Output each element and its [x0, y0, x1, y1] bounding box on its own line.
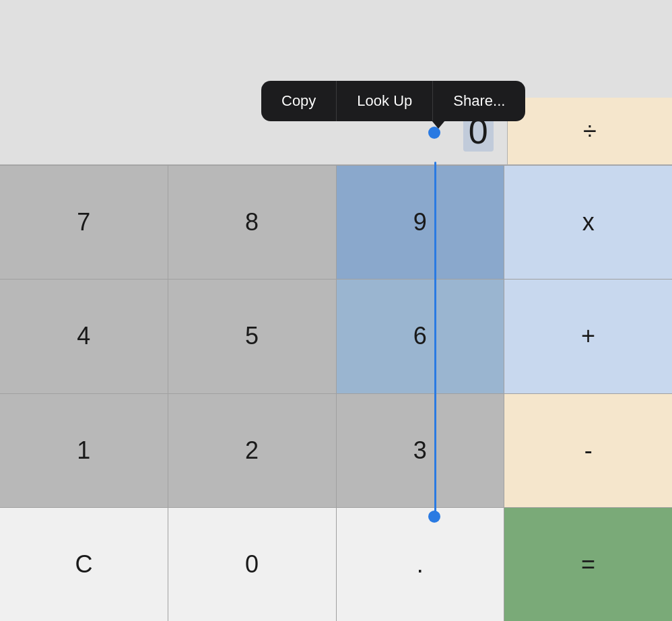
calc-row-789: 7 8 9 x: [0, 165, 672, 279]
key-add[interactable]: +: [504, 280, 672, 393]
share-menu-item[interactable]: Share...: [433, 81, 525, 121]
divide-operator-display[interactable]: ÷: [507, 98, 672, 164]
cursor-handle-bottom[interactable]: [428, 511, 440, 523]
key-equals[interactable]: =: [504, 508, 672, 621]
key-multiply[interactable]: x: [504, 166, 672, 279]
key-4[interactable]: 4: [0, 280, 168, 393]
key-clear[interactable]: C: [0, 508, 168, 621]
calc-row-bottom: C 0 . =: [0, 507, 672, 621]
key-2[interactable]: 2: [168, 394, 337, 507]
key-9[interactable]: 9: [337, 166, 505, 279]
key-subtract[interactable]: -: [504, 394, 672, 507]
calc-row-456: 4 5 6 +: [0, 279, 672, 393]
key-dot[interactable]: .: [337, 508, 505, 621]
lookup-menu-item[interactable]: Look Up: [337, 81, 433, 121]
context-menu: Copy Look Up Share...: [261, 81, 525, 121]
cursor-line: [434, 162, 436, 519]
key-1[interactable]: 1: [0, 394, 168, 507]
calculator-grid: 7 8 9 x 4 5 6 + 1 2 3 - C 0 . =: [0, 165, 672, 621]
key-3[interactable]: 3: [337, 394, 505, 507]
context-menu-arrow: [432, 121, 445, 129]
key-6[interactable]: 6: [337, 280, 505, 393]
key-7[interactable]: 7: [0, 166, 168, 279]
key-5[interactable]: 5: [168, 280, 337, 393]
top-area: Copy Look Up Share... 0 ÷: [0, 0, 672, 165]
key-8[interactable]: 8: [168, 166, 337, 279]
key-0[interactable]: 0: [168, 508, 337, 621]
copy-menu-item[interactable]: Copy: [261, 81, 337, 121]
calc-row-123: 1 2 3 -: [0, 393, 672, 507]
